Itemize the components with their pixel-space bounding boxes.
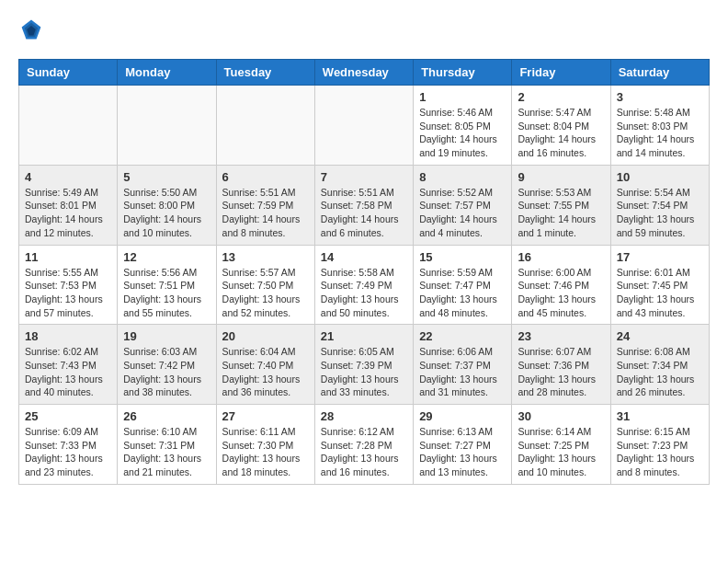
day-header-saturday: Saturday	[610, 60, 709, 86]
day-info: Sunrise: 6:01 AM Sunset: 7:45 PM Dayligh…	[617, 266, 703, 320]
calendar-header-row: SundayMondayTuesdayWednesdayThursdayFrid…	[19, 60, 710, 86]
calendar-cell: 25Sunrise: 6:09 AM Sunset: 7:33 PM Dayli…	[19, 405, 118, 485]
calendar-cell	[19, 86, 118, 166]
calendar-cell: 31Sunrise: 6:15 AM Sunset: 7:23 PM Dayli…	[610, 405, 709, 485]
day-number: 20	[222, 329, 309, 343]
day-number: 21	[321, 329, 407, 343]
day-info: Sunrise: 6:04 AM Sunset: 7:40 PM Dayligh…	[222, 345, 309, 399]
calendar-cell: 22Sunrise: 6:06 AM Sunset: 7:37 PM Dayli…	[414, 325, 512, 405]
day-number: 3	[617, 90, 703, 104]
day-number: 25	[25, 409, 111, 423]
day-info: Sunrise: 6:06 AM Sunset: 7:37 PM Dayligh…	[419, 345, 506, 399]
day-number: 8	[419, 170, 506, 184]
calendar-cell: 14Sunrise: 5:58 AM Sunset: 7:49 PM Dayli…	[314, 245, 413, 325]
calendar-week-row: 1Sunrise: 5:46 AM Sunset: 8:05 PM Daylig…	[19, 86, 710, 166]
page-header	[18, 18, 710, 44]
logo	[18, 18, 42, 44]
day-number: 14	[321, 250, 407, 264]
day-number: 26	[123, 409, 210, 423]
day-number: 19	[123, 329, 210, 343]
calendar-cell: 28Sunrise: 6:12 AM Sunset: 7:28 PM Dayli…	[314, 405, 413, 485]
day-info: Sunrise: 5:59 AM Sunset: 7:47 PM Dayligh…	[419, 266, 506, 320]
day-number: 1	[419, 90, 506, 104]
day-info: Sunrise: 6:09 AM Sunset: 7:33 PM Dayligh…	[25, 425, 111, 479]
calendar-week-row: 25Sunrise: 6:09 AM Sunset: 7:33 PM Dayli…	[19, 405, 710, 485]
calendar-cell: 23Sunrise: 6:07 AM Sunset: 7:36 PM Dayli…	[512, 325, 610, 405]
calendar-cell: 10Sunrise: 5:54 AM Sunset: 7:54 PM Dayli…	[610, 165, 709, 245]
day-info: Sunrise: 6:15 AM Sunset: 7:23 PM Dayligh…	[617, 425, 703, 479]
day-info: Sunrise: 6:03 AM Sunset: 7:42 PM Dayligh…	[123, 345, 210, 399]
day-number: 24	[617, 329, 703, 343]
day-header-sunday: Sunday	[19, 60, 118, 86]
calendar-cell: 29Sunrise: 6:13 AM Sunset: 7:27 PM Dayli…	[414, 405, 512, 485]
day-number: 4	[25, 170, 111, 184]
calendar-cell: 11Sunrise: 5:55 AM Sunset: 7:53 PM Dayli…	[19, 245, 118, 325]
day-info: Sunrise: 5:46 AM Sunset: 8:05 PM Dayligh…	[419, 106, 506, 160]
calendar-cell: 27Sunrise: 6:11 AM Sunset: 7:30 PM Dayli…	[216, 405, 314, 485]
calendar-table: SundayMondayTuesdayWednesdayThursdayFrid…	[18, 59, 710, 485]
day-info: Sunrise: 6:00 AM Sunset: 7:46 PM Dayligh…	[518, 266, 604, 320]
day-number: 2	[518, 90, 604, 104]
day-number: 28	[321, 409, 407, 423]
day-number: 23	[518, 329, 604, 343]
day-header-friday: Friday	[512, 60, 610, 86]
day-number: 15	[419, 250, 506, 264]
day-number: 10	[617, 170, 703, 184]
calendar-cell: 2Sunrise: 5:47 AM Sunset: 8:04 PM Daylig…	[512, 86, 610, 166]
day-number: 27	[222, 409, 309, 423]
day-info: Sunrise: 6:07 AM Sunset: 7:36 PM Dayligh…	[518, 345, 604, 399]
calendar-cell: 3Sunrise: 5:48 AM Sunset: 8:03 PM Daylig…	[610, 86, 709, 166]
calendar-cell	[216, 86, 314, 166]
calendar-cell	[118, 86, 216, 166]
day-info: Sunrise: 5:48 AM Sunset: 8:03 PM Dayligh…	[617, 106, 703, 160]
day-header-thursday: Thursday	[414, 60, 512, 86]
day-info: Sunrise: 5:51 AM Sunset: 7:59 PM Dayligh…	[222, 186, 309, 240]
day-info: Sunrise: 5:57 AM Sunset: 7:50 PM Dayligh…	[222, 266, 309, 320]
calendar-week-row: 18Sunrise: 6:02 AM Sunset: 7:43 PM Dayli…	[19, 325, 710, 405]
day-number: 11	[25, 250, 111, 264]
day-number: 7	[321, 170, 407, 184]
day-number: 29	[419, 409, 506, 423]
day-number: 9	[518, 170, 604, 184]
day-info: Sunrise: 6:13 AM Sunset: 7:27 PM Dayligh…	[419, 425, 506, 479]
calendar-cell: 15Sunrise: 5:59 AM Sunset: 7:47 PM Dayli…	[414, 245, 512, 325]
day-info: Sunrise: 6:10 AM Sunset: 7:31 PM Dayligh…	[123, 425, 210, 479]
calendar-cell: 16Sunrise: 6:00 AM Sunset: 7:46 PM Dayli…	[512, 245, 610, 325]
day-info: Sunrise: 6:02 AM Sunset: 7:43 PM Dayligh…	[25, 345, 111, 399]
calendar-cell: 20Sunrise: 6:04 AM Sunset: 7:40 PM Dayli…	[216, 325, 314, 405]
day-header-wednesday: Wednesday	[314, 60, 413, 86]
day-number: 17	[617, 250, 703, 264]
logo-icon	[20, 18, 42, 40]
day-info: Sunrise: 5:49 AM Sunset: 8:01 PM Dayligh…	[25, 186, 111, 240]
calendar-cell	[314, 86, 413, 166]
calendar-cell: 7Sunrise: 5:51 AM Sunset: 7:58 PM Daylig…	[314, 165, 413, 245]
day-info: Sunrise: 5:50 AM Sunset: 8:00 PM Dayligh…	[123, 186, 210, 240]
day-number: 22	[419, 329, 506, 343]
day-info: Sunrise: 6:11 AM Sunset: 7:30 PM Dayligh…	[222, 425, 309, 479]
day-info: Sunrise: 5:53 AM Sunset: 7:55 PM Dayligh…	[518, 186, 604, 240]
day-number: 6	[222, 170, 309, 184]
calendar-cell: 19Sunrise: 6:03 AM Sunset: 7:42 PM Dayli…	[118, 325, 216, 405]
day-info: Sunrise: 5:51 AM Sunset: 7:58 PM Dayligh…	[321, 186, 407, 240]
calendar-cell: 5Sunrise: 5:50 AM Sunset: 8:00 PM Daylig…	[118, 165, 216, 245]
calendar-cell: 6Sunrise: 5:51 AM Sunset: 7:59 PM Daylig…	[216, 165, 314, 245]
day-number: 30	[518, 409, 604, 423]
day-header-monday: Monday	[118, 60, 216, 86]
day-info: Sunrise: 6:08 AM Sunset: 7:34 PM Dayligh…	[617, 345, 703, 399]
day-number: 12	[123, 250, 210, 264]
calendar-cell: 18Sunrise: 6:02 AM Sunset: 7:43 PM Dayli…	[19, 325, 118, 405]
day-info: Sunrise: 6:14 AM Sunset: 7:25 PM Dayligh…	[518, 425, 604, 479]
day-info: Sunrise: 5:52 AM Sunset: 7:57 PM Dayligh…	[419, 186, 506, 240]
calendar-cell: 30Sunrise: 6:14 AM Sunset: 7:25 PM Dayli…	[512, 405, 610, 485]
day-header-tuesday: Tuesday	[216, 60, 314, 86]
day-info: Sunrise: 5:47 AM Sunset: 8:04 PM Dayligh…	[518, 106, 604, 160]
calendar-cell: 17Sunrise: 6:01 AM Sunset: 7:45 PM Dayli…	[610, 245, 709, 325]
calendar-week-row: 4Sunrise: 5:49 AM Sunset: 8:01 PM Daylig…	[19, 165, 710, 245]
day-info: Sunrise: 6:12 AM Sunset: 7:28 PM Dayligh…	[321, 425, 407, 479]
day-number: 31	[617, 409, 703, 423]
calendar-cell: 13Sunrise: 5:57 AM Sunset: 7:50 PM Dayli…	[216, 245, 314, 325]
day-info: Sunrise: 5:55 AM Sunset: 7:53 PM Dayligh…	[25, 266, 111, 320]
day-info: Sunrise: 5:54 AM Sunset: 7:54 PM Dayligh…	[617, 186, 703, 240]
day-number: 18	[25, 329, 111, 343]
day-number: 5	[123, 170, 210, 184]
